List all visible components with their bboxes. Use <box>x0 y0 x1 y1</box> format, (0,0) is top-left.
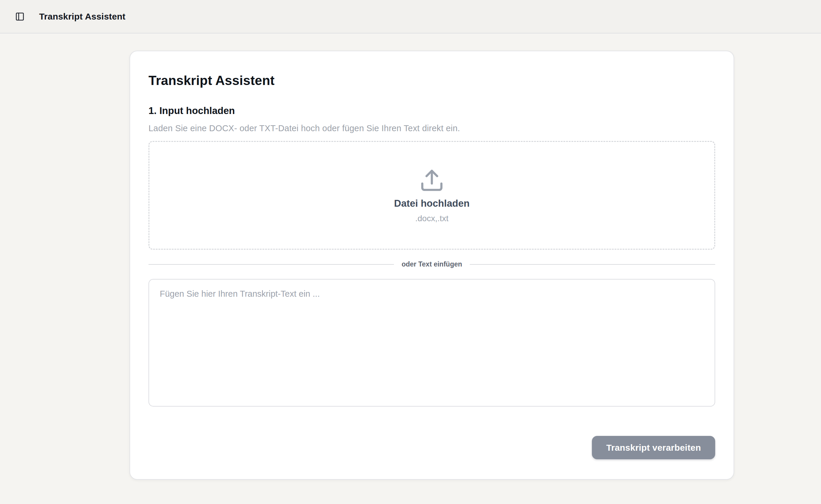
section-title-input: 1. Input hochladen <box>148 105 715 116</box>
upload-icon <box>419 168 445 193</box>
file-dropzone[interactable]: Datei hochladen .docx,.txt <box>148 141 715 250</box>
dropzone-accepted-types: .docx,.txt <box>415 214 448 223</box>
process-transcript-button[interactable]: Transkript verarbeiten <box>592 436 715 459</box>
divider-label: oder Text einfügen <box>402 260 462 268</box>
panel-left-icon <box>15 12 25 21</box>
card-title: Transkript Assistent <box>148 73 715 88</box>
or-paste-divider: oder Text einfügen <box>148 260 715 268</box>
card-footer: Transkript verarbeiten <box>148 436 715 459</box>
transcript-text-input[interactable] <box>148 279 715 407</box>
divider-line-left <box>148 264 394 265</box>
sidebar-toggle-button[interactable] <box>12 9 28 25</box>
transcript-card: Transkript Assistent 1. Input hochladen … <box>129 51 734 480</box>
section-description: Laden Sie eine DOCX- oder TXT-Datei hoch… <box>148 123 715 133</box>
app-title: Transkript Assistent <box>39 12 125 22</box>
dropzone-label: Datei hochladen <box>394 198 470 209</box>
divider-line-right <box>470 264 715 265</box>
topbar: Transkript Assistent <box>0 0 821 33</box>
